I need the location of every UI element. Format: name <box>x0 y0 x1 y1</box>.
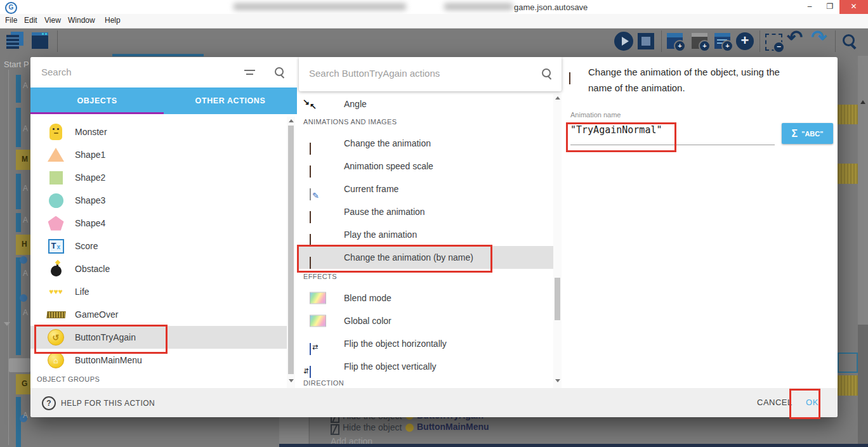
undo-icon[interactable]: ↶ <box>787 28 806 47</box>
action-label: Play the animation <box>344 230 417 240</box>
add-new-event-icon[interactable]: + <box>736 32 754 50</box>
circle-icon <box>46 189 65 212</box>
object-list-scrollbar[interactable] <box>287 117 295 388</box>
object-label: Monster <box>75 127 107 137</box>
list-item-monster[interactable]: Monster <box>30 120 287 143</box>
remove-selection-icon[interactable] <box>765 34 782 51</box>
comment-block <box>838 375 858 396</box>
sigma-icon: Σ <box>792 128 798 139</box>
object-thumbnail-icon <box>405 424 414 432</box>
scrollbar-thumb[interactable] <box>555 278 560 320</box>
object-tabs: OBJECTS OTHER ACTIONS <box>30 87 297 114</box>
text-object-icon <box>46 235 65 257</box>
action-item-flip-vertical[interactable]: Flip the object vertically <box>298 355 553 378</box>
scene-editor-tab-icon[interactable] <box>32 32 48 49</box>
project-manager-icon[interactable] <box>6 32 25 49</box>
list-item-shape1[interactable]: Shape1 <box>30 143 287 166</box>
list-item-shape3[interactable]: Shape3 <box>30 189 287 212</box>
event-text-fragment: A <box>23 411 28 420</box>
object-search-input[interactable]: Search <box>30 57 297 87</box>
action-editor-dialog: Search OBJECTS OTHER ACTIONS Monster Sha… <box>30 57 838 417</box>
event-tree-line <box>8 70 9 445</box>
list-item-life[interactable]: Life <box>30 280 287 303</box>
object-label: ButtonMainMenu <box>75 355 142 365</box>
action-label: Pause the animation <box>344 207 425 217</box>
list-item-gameover[interactable]: GameOver <box>30 303 287 326</box>
event-condition-bar <box>16 108 21 147</box>
action-list-scrollbar[interactable] <box>553 94 562 388</box>
menu-file[interactable]: File <box>5 16 17 25</box>
comment-block: G <box>16 374 30 394</box>
play-icon[interactable] <box>614 32 633 51</box>
triangle-icon <box>46 143 65 166</box>
object-label: Shape1 <box>75 150 105 160</box>
add-event-icon[interactable] <box>667 33 683 49</box>
action-item-global-color[interactable]: Global color <box>298 309 553 332</box>
list-item-score[interactable]: Score <box>30 235 287 257</box>
list-item-shape2[interactable]: Shape2 <box>30 166 287 189</box>
help-icon[interactable]: ? <box>42 396 56 410</box>
scrollbar-down-arrow[interactable] <box>555 379 560 382</box>
menu-view[interactable]: View <box>44 16 61 25</box>
add-event-button-dimmed <box>9 358 30 372</box>
tab-objects[interactable]: OBJECTS <box>30 87 164 114</box>
scrollbar-up-arrow[interactable] <box>860 100 865 104</box>
animation-name-label: Animation name <box>570 111 621 119</box>
film-strip-icon <box>310 165 311 178</box>
scrollbar-down-arrow[interactable] <box>289 379 294 382</box>
redo-icon[interactable]: ↷ <box>811 28 830 47</box>
event-condition-bar <box>16 257 21 355</box>
expression-builder-button[interactable]: Σ "ABC" <box>782 123 833 144</box>
add-comment-icon[interactable] <box>692 33 707 49</box>
selected-field-outline <box>838 353 858 373</box>
toolbar-divider <box>835 30 836 52</box>
scene-tab-label[interactable]: Start P <box>4 60 29 69</box>
redacted-path-blur <box>444 3 513 10</box>
scrollbar-thumb[interactable] <box>288 126 294 374</box>
object-label: GameOver <box>75 309 118 320</box>
list-item-obstacle[interactable]: Obstacle <box>30 257 287 280</box>
menu-help[interactable]: Help <box>105 16 121 25</box>
action-item-pause-animation[interactable]: Pause the animation <box>298 200 553 223</box>
help-link[interactable]: HELP FOR THIS ACTION <box>61 399 155 408</box>
object-label: Shape4 <box>75 218 105 228</box>
action-item-current-frame[interactable]: Current frame <box>298 178 553 200</box>
app-window: + ↶ ↷ Start P M H G A A A A A A A <box>0 0 868 447</box>
active-tab-indicator <box>112 54 204 56</box>
event-text-fragment: A <box>23 184 28 193</box>
restore-button[interactable]: ❐ <box>820 0 839 14</box>
action-item-animation-speed[interactable]: Animation speed scale <box>298 155 553 178</box>
toolbar-divider <box>661 30 662 52</box>
menu-window[interactable]: Window <box>68 16 95 25</box>
scrollbar-up-arrow[interactable] <box>555 96 560 100</box>
filter-icon[interactable] <box>244 68 256 77</box>
editor-scrollbar[interactable] <box>858 56 868 447</box>
event-text-fragment: A <box>23 124 28 133</box>
action-item-change-animation[interactable]: Change the animation <box>298 132 553 155</box>
list-item-shape4[interactable]: Shape4 <box>30 212 287 235</box>
cancel-button[interactable]: CANCEL <box>757 398 792 407</box>
action-search-input[interactable]: Search ButtonTryAgain actions <box>299 57 562 91</box>
event-row-edge <box>279 444 868 447</box>
object-label: Life <box>75 287 89 297</box>
action-item-angle[interactable]: Angle <box>298 93 553 115</box>
action-item-play-animation[interactable]: Play the animation <box>298 223 553 246</box>
tab-other-actions[interactable]: OTHER ACTIONS <box>164 87 297 114</box>
action-item-blend-mode[interactable]: Blend mode <box>298 287 553 309</box>
scrollbar-thumb[interactable] <box>858 325 868 447</box>
film-strip-icon <box>310 211 311 223</box>
action-label: Animation speed scale <box>344 161 433 171</box>
event-text-fragment: A <box>23 81 28 90</box>
scrollbar-up-arrow[interactable] <box>289 119 294 122</box>
menu-edit[interactable]: Edit <box>24 16 37 25</box>
active-tab-underline <box>30 112 164 114</box>
action-label: Global color <box>344 316 391 326</box>
minimize-button[interactable]: – <box>800 0 819 14</box>
search-icon[interactable] <box>841 33 858 49</box>
add-sub-event-icon[interactable] <box>714 33 730 49</box>
debug-icon[interactable] <box>638 33 654 49</box>
action-item-flip-horizontal[interactable]: Flip the object horizontally <box>298 332 553 355</box>
event-text-fragment: A <box>23 269 28 278</box>
collapse-arrow-icon <box>4 322 10 326</box>
close-button[interactable]: ✕ <box>839 0 868 14</box>
